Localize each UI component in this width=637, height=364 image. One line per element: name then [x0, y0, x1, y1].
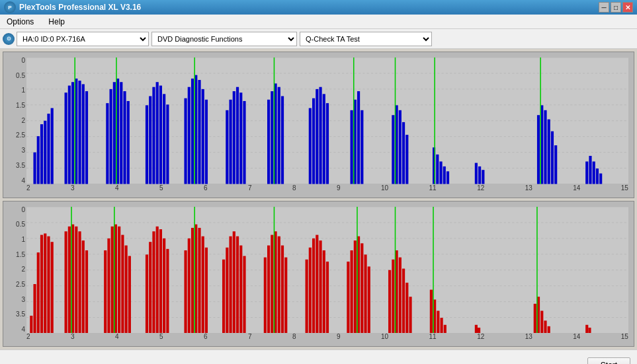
svg-rect-161: [312, 238, 315, 333]
svg-rect-167: [351, 250, 353, 333]
svg-rect-117: [82, 240, 85, 333]
svg-rect-35: [159, 86, 162, 184]
svg-rect-14: [51, 108, 54, 184]
svg-rect-174: [388, 270, 391, 333]
svg-rect-105: [30, 315, 32, 333]
svg-rect-94: [596, 168, 599, 184]
svg-rect-179: [405, 282, 408, 333]
svg-rect-168: [354, 240, 357, 333]
drive-icon: ⊙: [3, 33, 15, 45]
function-select[interactable]: DVD Diagnostic Functions: [151, 32, 297, 46]
svg-rect-55: [278, 87, 280, 184]
svg-rect-178: [402, 268, 405, 333]
minimize-button[interactable]: ─: [599, 2, 609, 13]
rx-label-6: 6: [204, 333, 208, 345]
svg-rect-151: [264, 257, 267, 333]
svg-rect-113: [68, 226, 71, 333]
y-label-1-5: 1.5: [5, 102, 25, 109]
svg-rect-84: [537, 115, 540, 184]
svg-rect-79: [446, 171, 449, 184]
y-label-1: 1: [5, 87, 25, 94]
svg-rect-38: [184, 98, 187, 184]
x-label-8: 8: [292, 184, 296, 196]
svg-rect-64: [351, 110, 353, 184]
svg-rect-135: [166, 248, 169, 333]
svg-rect-130: [149, 242, 151, 333]
y-label-3: 3: [5, 147, 25, 154]
rx-label-13: 13: [525, 333, 532, 345]
svg-rect-91: [585, 161, 588, 184]
svg-rect-27: [120, 82, 122, 184]
x-label-5: 5: [159, 184, 163, 196]
svg-rect-150: [243, 256, 245, 333]
svg-rect-49: [236, 87, 239, 184]
svg-rect-61: [319, 87, 321, 184]
svg-rect-69: [392, 115, 394, 184]
svg-rect-76: [436, 155, 439, 184]
svg-rect-34: [156, 82, 159, 184]
svg-rect-31: [146, 105, 148, 184]
x-label-3: 3: [71, 184, 75, 196]
svg-rect-148: [236, 236, 239, 333]
svg-rect-194: [548, 326, 550, 333]
svg-rect-56: [281, 96, 284, 184]
svg-rect-48: [233, 91, 235, 184]
close-button[interactable]: ✕: [622, 2, 633, 13]
svg-rect-89: [554, 145, 557, 184]
x-label-12: 12: [477, 184, 484, 196]
main-content: 4 3.5 3 2.5 2 1.5 1 0.5 0: [0, 49, 637, 349]
svg-rect-142: [205, 247, 208, 333]
svg-rect-58: [309, 108, 312, 184]
svg-rect-131: [152, 231, 155, 333]
svg-rect-23: [106, 103, 108, 184]
svg-rect-133: [159, 229, 162, 333]
y-label-0-5r: 0.5: [5, 221, 25, 228]
svg-rect-125: [121, 235, 124, 333]
svg-rect-87: [548, 120, 550, 184]
drive-select[interactable]: HA:0 ID:0 PX-716A: [17, 32, 149, 46]
svg-rect-37: [166, 104, 169, 184]
svg-rect-175: [392, 259, 394, 333]
svg-rect-88: [551, 131, 554, 184]
y-label-3-5r: 3.5: [5, 311, 25, 318]
svg-rect-184: [437, 310, 439, 333]
rx-label-11: 11: [429, 333, 437, 345]
svg-rect-122: [111, 226, 114, 333]
y-label-1r: 1: [5, 237, 25, 243]
svg-rect-33: [152, 87, 155, 184]
svg-rect-59: [312, 98, 315, 184]
drive-selector-area: ⊙ HA:0 ID:0 PX-716A: [3, 32, 149, 46]
svg-rect-83: [482, 170, 484, 184]
x-label-10: 10: [381, 184, 388, 196]
y-label-0-5: 0.5: [5, 73, 25, 79]
start-button[interactable]: Start: [587, 357, 630, 364]
svg-rect-72: [402, 122, 405, 184]
x-label-15: 15: [621, 184, 628, 196]
svg-rect-149: [239, 245, 242, 333]
window-title: PlexTools Professional XL V3.16: [19, 3, 141, 12]
y-label-2-5r: 2.5: [5, 281, 25, 288]
svg-rect-106: [33, 284, 36, 333]
svg-rect-136: [184, 250, 187, 333]
svg-rect-92: [589, 156, 591, 184]
rx-label-7: 7: [248, 333, 252, 345]
svg-rect-188: [475, 324, 478, 333]
rx-label-15: 15: [621, 333, 628, 345]
svg-rect-170: [361, 243, 363, 333]
menu-options[interactable]: Options: [3, 16, 38, 28]
title-bar: P PlexTools Professional XL V3.16 ─ □ ✕: [0, 0, 637, 15]
test-select[interactable]: Q-Check TA Test: [300, 32, 432, 46]
start-btn-section: Start ℹ: [587, 357, 630, 364]
svg-rect-153: [271, 235, 273, 333]
svg-rect-109: [44, 233, 46, 333]
svg-rect-116: [78, 231, 81, 333]
maximize-button[interactable]: □: [611, 2, 621, 13]
svg-rect-197: [588, 327, 591, 333]
svg-rect-185: [440, 318, 443, 333]
x-label-2: 2: [26, 184, 30, 196]
svg-rect-134: [163, 238, 165, 333]
svg-rect-190: [534, 303, 536, 333]
svg-rect-39: [188, 87, 191, 184]
y-label-3r: 3: [5, 297, 25, 303]
menu-help[interactable]: Help: [44, 16, 69, 28]
